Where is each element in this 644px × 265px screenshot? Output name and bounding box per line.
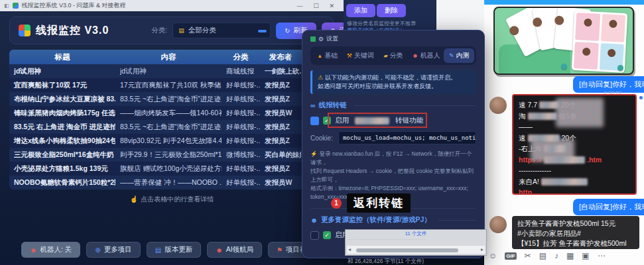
ai-navigator-button[interactable]: ☻ AI领航局 xyxy=(207,242,262,258)
more-icon[interactable]: ⋯ xyxy=(598,251,606,260)
dialog-title: 设置 xyxy=(326,34,338,43)
table-hint: ☝点击表格中的行查看详情 xyxy=(9,195,334,204)
product-image xyxy=(493,7,634,75)
file-row-text: ······································· xyxy=(348,237,483,241)
deal-message-bubble: 速 7.720个 淘领5券 —— 速20个 -右上角 https://.htm … xyxy=(512,94,637,195)
window-title: 线报监控系统 V3.0 - 问题库 & 对接教程 xyxy=(22,1,126,10)
category-select[interactable]: ▤ 全部分类 xyxy=(172,23,271,38)
file-icon[interactable]: ▤ xyxy=(539,251,547,260)
cookie-row: Cookie: mochu_us_load=mochu_us; mochu_us… xyxy=(310,131,476,144)
col-title: 标题 xyxy=(9,52,115,62)
dialog-tabs: ▲ 基础 ⚒ 关键词 ▰ 分类 ☻ 机器人 ✎ 内测 xyxy=(310,46,476,65)
check-badge-icon: ✓ xyxy=(323,231,331,239)
scrollbar-thumb[interactable] xyxy=(356,248,458,252)
product-message-bubble: 拉芳鱼子酱膏护发梳500ml 15元 #小卖部の家居用品# 【¥15】拉芳 鱼子… xyxy=(512,216,639,249)
beta-warning-box: ⚠以下功能为内测功能，可能不稳定，请谨慎开启。 如遇问题可关闭对应功能并联系开发… xyxy=(310,70,476,94)
table-row[interactable]: 小壳泌尿处方猫粮1.5kg 139元 旗舰店 赠试吃100g小壳泌尿处方猫粮..… xyxy=(9,162,334,176)
screen-share-icon[interactable]: ▣ xyxy=(582,251,589,260)
dialog-gear-icon: ⚙ xyxy=(318,36,324,42)
horizontal-scrollbar[interactable]: ◂ ▸ xyxy=(347,246,485,254)
wrench-icon: ⚒ xyxy=(347,52,352,59)
link-convert-checkbox[interactable] xyxy=(310,117,319,125)
gif-icon[interactable]: GIF xyxy=(505,252,516,260)
person-icon: ☻ xyxy=(310,216,318,224)
robot-toggle-button[interactable]: ☻ 机器人: 关 xyxy=(21,242,80,258)
tab-keywords[interactable]: ⚒ 关键词 xyxy=(346,48,376,63)
table-row[interactable]: 83.5元 右上角进 淘金币 进足迹拍 有... 83.5元 ~右上角进“淘金币… xyxy=(9,120,334,134)
emoji-icon[interactable]: ☺ xyxy=(489,251,497,260)
col-content: 内容 xyxy=(115,52,222,62)
image-icon[interactable]: ▦ xyxy=(566,251,574,260)
tab-categories[interactable]: ▰ 分类 xyxy=(378,48,409,63)
col-category: 分类 xyxy=(222,52,260,62)
table-row[interactable]: 三元极致全脂250ml*16盒纯牛奶 29.... 到手29.9！三元极致全脂2… xyxy=(9,148,334,162)
category-label: 分类: xyxy=(151,26,167,35)
main-window: ◧ 线报监控系统 V3.0 - 问题库 & 对接教程 — ☐ ✕ 线报监控 V3… xyxy=(0,0,344,265)
check-badge-icon: ✓ xyxy=(323,117,331,125)
select-indicator xyxy=(258,30,267,32)
table-row[interactable]: NOOBO氨糖软骨素钙片150粒*2瓶3... ——营养保健 冲！——NOOBO… xyxy=(9,176,334,189)
more-monitor-checkbox[interactable] xyxy=(310,231,319,240)
main-titlebar: ◧ 线报监控系统 V3.0 - 问题库 & 对接教程 — ☐ ✕ xyxy=(0,0,344,11)
refresh-icon: ↻ xyxy=(285,27,290,34)
sticker-sheet xyxy=(572,11,628,73)
taskbar-window-icon: ◧ xyxy=(4,3,9,9)
link-icon: ∞ xyxy=(310,101,316,109)
footer-toolbar: ☻ 机器人: 关 ⊕ 更多项目 ▤ 版本更新 ☻ AI领航局 ⚑ 项目社群 xyxy=(0,242,344,258)
cookie-input[interactable]: mochu_us_load=mochu_us; mochu_us_notice xyxy=(338,131,476,144)
avatar[interactable] xyxy=(489,216,507,233)
chat-top-strip xyxy=(484,0,644,5)
table-row[interactable]: jd试用神 jd试用神 商城线报 一剑陕上砍... 2026-04-22 21:… xyxy=(9,64,334,78)
version-icon: ▤ xyxy=(155,246,161,254)
pointing-finger-icon: ☝ xyxy=(130,195,138,203)
chat-toolbar: ☺ GIF ✂ ▤ ♪ ▦ ▣ ⋯ xyxy=(489,251,606,260)
pencil-icon: ✎ xyxy=(449,52,454,59)
file-list-window: 11 个文件 ·································… xyxy=(345,229,487,256)
version-update-button[interactable]: ▤ 版本更新 xyxy=(147,242,201,258)
tab-beta[interactable]: ✎ 内测 xyxy=(444,48,474,63)
category-select-value: 全部分类 xyxy=(188,26,216,35)
annotation-number-badge: 1 xyxy=(331,198,342,209)
bead xyxy=(617,65,623,71)
more-projects-button[interactable]: ⊕ 更多项目 xyxy=(86,242,140,258)
robot-icon: ☻ xyxy=(30,246,37,254)
table-row[interactable]: 锋味派黑猪肉烟肉烤肠175g 任选5件... ——烟肉烤肠发车——领140-60… xyxy=(9,106,334,120)
app-icon xyxy=(13,3,19,9)
dialog-titlebar: ⚙ 设置 xyxy=(310,34,476,43)
scroll-right-arrow[interactable]: ▸ xyxy=(481,246,483,254)
globe-icon: ⊕ xyxy=(95,246,100,254)
flame-icon: ▲ xyxy=(317,53,322,59)
avatar[interactable] xyxy=(489,97,507,114)
delete-button[interactable]: 删除 xyxy=(377,4,406,17)
voice-icon[interactable]: ♪ xyxy=(554,251,558,260)
ai-robot-icon: ☻ xyxy=(216,246,223,254)
background-settings-window: 添加 删除 修改分类名后监控变更不推荐 屏蔽关键词（右侧列表） xyxy=(344,0,436,31)
page-title: 线报监控 V3.0 xyxy=(36,24,109,38)
table-row[interactable]: 增达x线条小狗棉柔软抽90抽24包 ... 88vip30.92元 到手24包无… xyxy=(9,134,334,148)
maximize-button[interactable]: ☐ xyxy=(313,3,318,9)
table-row[interactable]: 布根纳山宁参冰丝大豆夏凉被 83.5元 83.5元 ~右上角进“淘金币”进足迹.… xyxy=(9,92,334,106)
chat-window: [自动回复]你好，我现 0:30:28 速 7.720个 淘领5券 —— 速20… xyxy=(484,0,644,265)
table-header-row: 标题 内容 分类 发布者 时间 xyxy=(9,50,334,64)
selected-files-chip[interactable]: 11 个文件 xyxy=(346,231,486,237)
settings-dialog: ⚙ 设置 ▲ 基础 ⚒ 关键词 ▰ 分类 ☻ 机器人 ✎ 内测 ⚠以下功能为内测… xyxy=(302,30,485,258)
enable-link-convert-row: ✓ 启用转链功能 xyxy=(310,116,476,125)
app-logo-icon xyxy=(19,25,31,36)
add-button[interactable]: 添加 xyxy=(346,4,375,17)
robot-tab-icon: ☻ xyxy=(412,52,418,59)
col-publisher: 发布者 xyxy=(260,52,301,62)
scroll-left-arrow[interactable]: ◂ xyxy=(348,246,351,254)
tab-basic[interactable]: ▲ 基础 xyxy=(312,48,343,63)
folder-tab-icon: ▰ xyxy=(383,53,387,59)
main-body: 线报监控 V3.0 分类: ▤ 全部分类 ↻ 刷新 ⚙ 设置 ✓ 更新于 21:… xyxy=(0,11,344,265)
cookie-label: Cookie: xyxy=(310,134,333,142)
warning-icon: ⚠ xyxy=(318,74,323,81)
section-more-monitor: ☻ 更多资源监控（软件/资源/游戏PJ） xyxy=(310,215,476,225)
minimize-button[interactable]: — xyxy=(296,3,302,9)
flag-dot xyxy=(639,96,643,99)
auto-reply-bubble: [自动回复]你好，我现 xyxy=(573,199,644,215)
table-row[interactable]: 宜而爽船袜了10双 17元 17元宜而爽船袜了共10双 秋季储后石... 好单线… xyxy=(9,78,334,92)
screenshot-icon[interactable]: ✂ xyxy=(525,251,531,260)
close-button[interactable]: ✕ xyxy=(329,3,334,9)
tab-robot[interactable]: ☻ 机器人 xyxy=(411,48,442,63)
